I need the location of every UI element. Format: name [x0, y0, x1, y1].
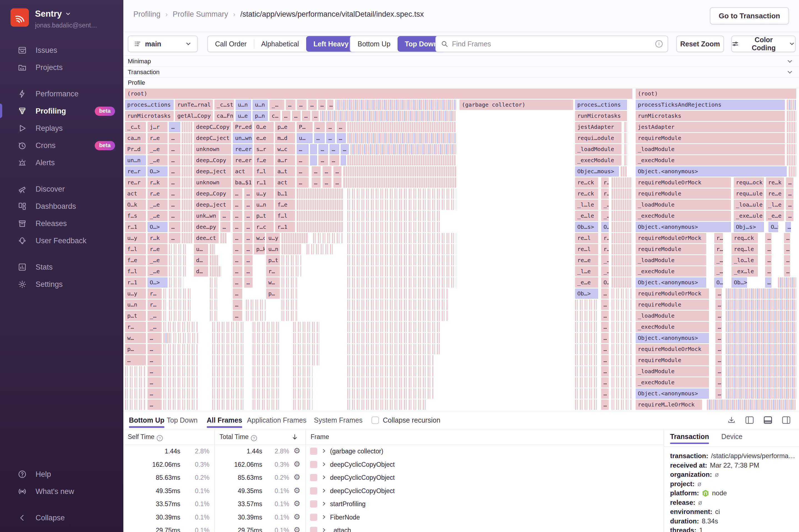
flame-frame-cluster[interactable] [340, 155, 346, 166]
frame-name[interactable]: deepCyclicCopyObject [330, 461, 395, 469]
flame-frame-cluster[interactable] [347, 222, 441, 232]
flame-frame-cluster[interactable] [347, 278, 456, 288]
flame-frame-cluster[interactable] [182, 233, 192, 243]
flame-frame[interactable]: … [233, 255, 242, 265]
search-input[interactable] [452, 40, 649, 48]
flame-frame[interactable]: … [297, 166, 309, 176]
flame-frame[interactable]: … [318, 155, 328, 166]
flame-frame-cluster[interactable] [787, 122, 796, 132]
flame-frame[interactable]: r… [601, 189, 609, 199]
flame-frame-cluster[interactable] [163, 400, 198, 410]
flame-frame[interactable]: r… [601, 233, 609, 243]
flame-frame[interactable]: _… [714, 266, 723, 277]
flame-frame[interactable]: r…e [148, 189, 168, 199]
flame-frame[interactable]: … [169, 155, 180, 166]
sidebar-item-discover[interactable]: Discover [0, 180, 123, 198]
details-tab-transaction[interactable]: Transaction [670, 433, 709, 441]
flame-frame[interactable]: u…y [266, 233, 280, 243]
flame-frame[interactable]: (garbage collector) [460, 100, 573, 110]
flame-frame[interactable]: r… [148, 288, 162, 299]
flame-frame[interactable]: requireModule [636, 244, 706, 254]
flame-frame[interactable]: … [322, 177, 331, 188]
tab-top-down[interactable]: Top Down [167, 411, 198, 429]
gear-icon[interactable]: ⚙ [293, 500, 300, 508]
table-row[interactable]: 30.39ms0.1%30.39ms0.1%⚙FiberNode [123, 511, 664, 524]
flame-frame[interactable]: p…e [275, 122, 295, 132]
flame-frame-cluster[interactable] [347, 344, 441, 354]
sidebar-item-releases[interactable]: Releases [0, 215, 123, 232]
gear-icon[interactable]: ⚙ [293, 460, 300, 468]
flame-frame-cluster[interactable] [210, 255, 219, 265]
flame-frame[interactable]: re…r [125, 166, 146, 176]
flame-frame-cluster[interactable] [253, 366, 279, 377]
collapse-recursion-checkbox[interactable] [371, 417, 379, 424]
flame-frame[interactable]: f…e [125, 255, 146, 265]
flame-frame[interactable]: runMicrotasks [575, 111, 627, 121]
search-info-icon[interactable]: i [655, 40, 663, 48]
flame-frame[interactable]: w…c [275, 144, 295, 154]
flame-frame[interactable]: re…l [575, 233, 598, 243]
flame-frame[interactable]: … [244, 222, 252, 232]
flame-frame[interactable]: req…ck [731, 233, 758, 243]
flame-frame-cluster[interactable] [293, 388, 313, 399]
flame-frame[interactable]: _loadModule [636, 200, 731, 210]
flame-frame[interactable]: … [244, 211, 252, 221]
flame-frame[interactable]: … [601, 377, 609, 387]
sidebar-item-settings[interactable]: Settings [0, 276, 123, 293]
flame-frame[interactable]: … [330, 144, 339, 154]
chevron-right-icon[interactable] [321, 448, 327, 454]
flame-frame[interactable]: f…e [254, 155, 274, 166]
flame-frame-cluster[interactable] [297, 200, 343, 210]
flame-frame[interactable]: … [784, 244, 790, 254]
flame-frame-cluster[interactable] [293, 400, 313, 410]
flame-frame-cluster[interactable] [347, 255, 456, 265]
chevron-right-icon[interactable] [321, 461, 327, 467]
sidebar-item-profiling[interactable]: Profilingbeta [0, 102, 123, 120]
flame-frame[interactable]: … [786, 200, 794, 210]
flame-frame-cluster[interactable] [575, 355, 599, 365]
flame-frame-cluster[interactable] [347, 133, 456, 143]
table-row[interactable]: 162.06ms0.3%162.06ms0.3%⚙deepCyclicCopyO… [123, 458, 664, 472]
flame-frame[interactable]: runTe…rnal [175, 100, 213, 110]
flame-frame-cluster[interactable] [212, 322, 245, 332]
flame-frame-cluster[interactable] [726, 300, 796, 310]
flame-frame[interactable]: Ob…> [731, 278, 747, 288]
flame-frame[interactable]: … [327, 100, 333, 110]
flame-frame-cluster[interactable] [297, 222, 343, 232]
flame-frame[interactable]: _execModule [636, 155, 785, 166]
flame-frame[interactable]: re…l [575, 244, 598, 254]
flame-frame-cluster[interactable] [210, 266, 221, 277]
flame-frame[interactable]: … [716, 288, 722, 299]
flame-frame-cluster[interactable] [125, 400, 146, 410]
flame-frame-cluster[interactable] [726, 388, 796, 399]
flame-graph[interactable]: (root)(root)proces…ctionsrunTe…rnal_c…st… [125, 88, 797, 411]
flame-frame[interactable]: … [169, 211, 180, 221]
flame-frame-cluster[interactable] [347, 233, 456, 243]
flame-frame[interactable]: _loadModule [636, 144, 785, 154]
flame-frame[interactable]: a…t [275, 166, 295, 176]
flame-frame[interactable]: p…t [254, 211, 274, 221]
flame-frame[interactable]: ca…Fn [215, 111, 234, 121]
flame-frame[interactable]: (root) [636, 89, 796, 99]
flame-frame[interactable]: … [716, 344, 722, 354]
self-time-header[interactable]: Self Time? [128, 433, 163, 441]
flame-frame-cluster[interactable] [293, 355, 319, 365]
sidebar-item-performance[interactable]: Performance [0, 85, 123, 102]
flame-frame[interactable]: re…r [125, 177, 146, 188]
flame-frame[interactable]: _ex…le [731, 266, 758, 277]
sidebar-item-alerts[interactable]: Alerts [0, 154, 123, 171]
flame-frame[interactable]: f…s [125, 211, 146, 221]
flame-frame-cluster[interactable] [726, 377, 796, 387]
chevron-right-icon[interactable] [321, 514, 327, 520]
flame-frame[interactable]: … [233, 211, 242, 221]
flame-frame[interactable]: r…1 [254, 177, 274, 188]
flame-frame[interactable]: … [148, 400, 162, 410]
flame-frame[interactable]: … [312, 177, 321, 188]
flame-frame[interactable]: _c…t [125, 122, 146, 132]
flame-frame[interactable]: _loadModule [575, 144, 621, 154]
flame-frame[interactable]: re…er [233, 144, 253, 154]
flame-frame[interactable]: _exe…ule [734, 211, 764, 221]
flame-frame-cluster[interactable] [347, 288, 448, 299]
flame-frame[interactable]: _e…e [766, 211, 784, 221]
flame-frame[interactable]: u…y [254, 189, 274, 199]
